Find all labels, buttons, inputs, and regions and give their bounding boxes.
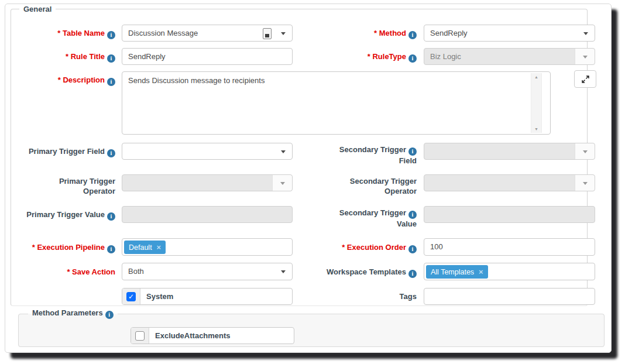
system-checkbox-group[interactable]: ✓ System <box>122 288 293 305</box>
method-dropdown[interactable]: SendReply <box>424 25 595 42</box>
secondary-trigger-operator-dropdown <box>424 174 595 191</box>
method-label: * Methodi <box>297 28 417 39</box>
rule-title-label: * Rule Titlei <box>15 51 115 63</box>
primary-trigger-field-label: Primary Trigger Fieldi <box>15 146 115 157</box>
info-icon: i <box>408 31 417 39</box>
dropdown-arrow-icon <box>280 182 285 185</box>
primary-trigger-operator-label: Primary Trigger Operator <box>15 176 115 196</box>
primary-trigger-value-label: Primary Trigger Valuei <box>15 210 115 221</box>
expand-icon <box>581 75 590 84</box>
textarea-scrollbar[interactable]: ▲ ▼ <box>531 73 542 133</box>
check-icon: ✓ <box>127 293 135 301</box>
info-icon: i <box>408 147 417 156</box>
secondary-trigger-operator-label: Secondary Trigger Operator <box>297 176 417 196</box>
workspace-templates-input[interactable]: All Templates × <box>424 263 595 280</box>
execution-pipeline-input[interactable]: Default × <box>122 238 293 256</box>
dropdown-arrow-icon <box>583 150 588 153</box>
system-checkbox[interactable]: ✓ <box>126 292 136 301</box>
checkbox-cell: ✓ <box>122 289 140 304</box>
info-icon: i <box>408 245 417 253</box>
secondary-trigger-field-dropdown <box>424 143 595 160</box>
secondary-trigger-field-label: Secondary Triggeri Field <box>297 145 417 166</box>
description-textarea[interactable]: Sends Discussion message to recipients ▲… <box>122 71 551 135</box>
tag-close-icon[interactable]: × <box>157 243 162 252</box>
checkbox-cell: ✓ <box>131 328 149 344</box>
tags-input[interactable] <box>424 288 595 305</box>
system-checkbox-label: System <box>140 289 173 304</box>
execution-order-input[interactable]: 100 <box>424 238 595 256</box>
dropdown-button <box>575 49 595 64</box>
rule-type-label: * RuleTypei <box>297 51 417 63</box>
dropdown-button <box>272 175 292 191</box>
lookup-icon <box>263 28 272 39</box>
page: General * Table Namei Discussion Message… <box>0 0 625 364</box>
exclude-attachments-label: ExcludeAttachments <box>149 328 231 344</box>
dropdown-arrow-icon <box>583 182 588 185</box>
secondary-trigger-value-input <box>424 206 595 223</box>
method-parameters-fieldset: Method Parametersi <box>18 308 605 347</box>
info-icon: i <box>107 149 115 157</box>
rule-type-dropdown: Biz Logic <box>424 48 595 65</box>
scroll-up-icon[interactable]: ▲ <box>531 75 541 79</box>
general-legend: General <box>19 5 56 13</box>
rule-title-input[interactable]: SendReply <box>122 48 293 65</box>
execution-pipeline-label: * Execution Pipelinei <box>15 242 115 253</box>
workspace-templates-label: Workspace Templatesi <box>297 267 417 278</box>
exclude-attachments-checkbox-group[interactable]: ✓ ExcludeAttachments <box>131 327 294 344</box>
table-name-combobox[interactable]: Discussion Message <box>122 25 293 42</box>
info-icon: i <box>107 78 115 86</box>
dropdown-button <box>575 175 595 191</box>
workspace-template-tag[interactable]: All Templates × <box>426 265 488 279</box>
info-icon: i <box>408 211 417 219</box>
info-icon: i <box>107 31 115 39</box>
dropdown-button <box>575 143 595 159</box>
tags-label: Tags <box>297 291 417 301</box>
rule-editor-card: General * Table Namei Discussion Message… <box>5 4 612 353</box>
exclude-attachments-checkbox[interactable]: ✓ <box>135 331 145 341</box>
dropdown-arrow-icon <box>583 32 588 35</box>
dropdown-arrow-icon <box>281 150 286 153</box>
tag-close-icon[interactable]: × <box>479 267 483 276</box>
description-label: * Descriptioni <box>15 75 115 86</box>
expand-description-button[interactable] <box>574 70 596 88</box>
primary-trigger-field-dropdown[interactable] <box>122 143 293 160</box>
dropdown-arrow-icon <box>281 32 286 35</box>
save-action-label: * Save Action <box>15 267 115 277</box>
secondary-trigger-value-label: Secondary Triggeri Value <box>297 208 417 229</box>
info-icon: i <box>107 212 115 221</box>
method-parameters-legend: Method Parametersi <box>28 308 118 319</box>
table-name-label: * Table Namei <box>15 28 115 39</box>
execution-order-label: * Execution Orderi <box>297 242 417 253</box>
save-action-dropdown[interactable]: Both <box>122 263 293 280</box>
info-icon: i <box>105 311 114 319</box>
dropdown-arrow-icon <box>281 270 286 273</box>
info-icon: i <box>107 245 115 253</box>
info-icon: i <box>107 54 115 63</box>
pipeline-tag[interactable]: Default × <box>124 241 166 254</box>
info-icon: i <box>408 270 417 278</box>
dropdown-arrow-icon <box>583 56 588 59</box>
primary-trigger-operator-dropdown <box>122 174 293 191</box>
info-icon: i <box>408 54 417 63</box>
primary-trigger-value-input <box>122 206 293 223</box>
scroll-down-icon[interactable]: ▼ <box>531 127 541 131</box>
